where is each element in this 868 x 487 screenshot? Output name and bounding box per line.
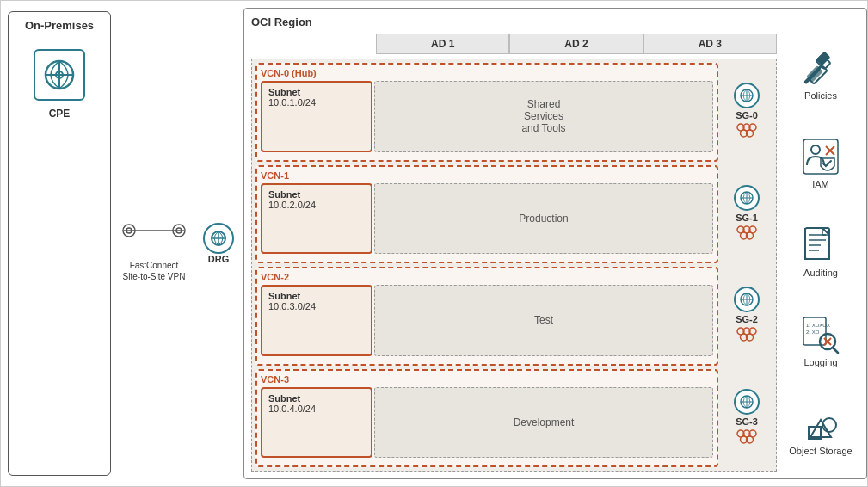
auditing-label: Auditing (803, 268, 838, 278)
vcn3-sg-area: SG-3 (721, 369, 773, 468)
cpe-icon (34, 49, 85, 101)
svg-point-52 (811, 145, 820, 154)
vcn3-content: Development (374, 387, 713, 459)
connection-line: FastConnect Site-to-Site VPN (111, 205, 197, 282)
cpe-label: CPE (49, 108, 71, 120)
conn-label2: Site-to-Site VPN (123, 272, 186, 281)
vcn0-subnet-cidr: 10.0.1.0/24 (268, 97, 365, 108)
svg-rect-55 (805, 228, 829, 259)
vcn0-row: VCN-0 (Hub) Subnet 10.0.1.0/24 SharedSer… (255, 63, 773, 162)
vcn3-subnet-label: Subnet (268, 393, 365, 404)
ad-grid-area: VCN-0 (Hub) Subnet 10.0.1.0/24 SharedSer… (251, 59, 777, 472)
vcn2-label: VCN-2 (261, 272, 713, 282)
vcn3-row: VCN-3 Subnet 10.0.4.0/24 Development (255, 369, 773, 468)
vcn1-row: VCN-1 Subnet 10.0.2.0/24 Production (255, 165, 773, 264)
ad1-header: AD 1 (376, 34, 509, 54)
sg0-icon (734, 83, 760, 108)
connection-label: FastConnect Site-to-Site VPN (123, 260, 186, 282)
vcn2-sg-area: SG-2 (721, 267, 773, 366)
sg1-item: SG-1 (734, 185, 760, 244)
oci-inner: AD 1 AD 2 AD 3 VCN-0 (Hub) Subnet (251, 34, 859, 472)
svg-text:1: XOXOX: 1: XOXOX (806, 323, 830, 328)
iam-label: IAM (812, 179, 829, 189)
connection-area: FastConnect Site-to-Site VPN (111, 1, 197, 486)
svg-text:2: XO: 2: XO (806, 330, 820, 335)
sg2-label: SG-2 (736, 314, 758, 324)
policies-service: Policies (802, 49, 840, 101)
vcn1-box: VCN-1 Subnet 10.0.2.0/24 Production (255, 165, 718, 264)
policies-label: Policies (804, 90, 837, 101)
sg3-icon (734, 389, 760, 415)
ad-header-row: AD 1 AD 2 AD 3 (251, 34, 777, 54)
on-premises-title: On-Premises (25, 19, 94, 32)
vcn1-subnet-label: Subnet (268, 189, 365, 200)
auditing-icon (802, 226, 840, 264)
object-storage-icon (802, 404, 840, 442)
diagram-container: On-Premises CPE (0, 0, 868, 487)
vcn0-grid: Subnet 10.0.1.0/24 SharedServicesand Too… (261, 81, 713, 152)
policies-icon (802, 49, 840, 87)
iam-icon (802, 138, 840, 176)
vcn2-grid: Subnet 10.0.3.0/24 Test (261, 285, 713, 356)
oci-region-title: OCI Region (251, 15, 859, 28)
vcn3-box: VCN-3 Subnet 10.0.4.0/24 Development (255, 369, 718, 468)
drg-label: DRG (208, 254, 229, 264)
sg1-label: SG-1 (736, 213, 758, 223)
sg3-mesh-icon (735, 428, 759, 447)
connection-svg (115, 205, 193, 256)
sg3-label: SG-3 (736, 416, 758, 427)
logging-label: Logging (803, 357, 837, 367)
vcn2-subnet: Subnet 10.0.3.0/24 (261, 285, 372, 356)
vcn2-row: VCN-2 Subnet 10.0.3.0/24 Test (255, 267, 773, 366)
vcn1-grid: Subnet 10.0.2.0/24 Production (261, 183, 713, 255)
vcn1-subnet: Subnet 10.0.2.0/24 (261, 183, 372, 255)
vcn1-sg-area: SG-1 (721, 165, 773, 264)
sg1-mesh-icon (735, 225, 759, 244)
sg0-label: SG-0 (736, 110, 758, 120)
vcn2-subnet-cidr: 10.0.3.0/24 (268, 301, 365, 311)
vcn3-subnet: Subnet 10.0.4.0/24 (261, 387, 372, 459)
sg3-item: SG-3 (734, 389, 760, 447)
vcn3-label: VCN-3 (261, 374, 713, 385)
object-storage-service: Object Storage (789, 404, 852, 456)
ad-header-empty (251, 34, 376, 54)
ad3-header: AD 3 (643, 34, 777, 54)
drg-area: DRG (197, 1, 240, 486)
vcn0-box: VCN-0 (Hub) Subnet 10.0.1.0/24 SharedSer… (255, 63, 718, 162)
drg-icon (203, 223, 234, 254)
sg2-item: SG-2 (734, 287, 760, 345)
vcn3-subnet-cidr: 10.0.4.0/24 (268, 404, 365, 414)
vcn1-subnet-cidr: 10.0.2.0/24 (268, 200, 365, 210)
object-storage-label: Object Storage (789, 446, 852, 456)
on-premises-panel: On-Premises CPE (8, 11, 111, 476)
ad2-header: AD 2 (509, 34, 643, 54)
vcn0-label: VCN-0 (Hub) (261, 68, 713, 78)
logging-icon: 1: XOXOX 2: XO (802, 316, 840, 354)
sg2-icon (734, 287, 760, 312)
vcn1-content: Production (374, 183, 713, 255)
auditing-service: Auditing (802, 226, 840, 278)
sg2-mesh-icon (735, 326, 759, 345)
vcn0-sg-area: SG-0 (721, 63, 773, 162)
vcn0-content: SharedServicesand Tools (374, 81, 713, 152)
sg0-mesh-icon (735, 122, 759, 141)
vcn2-subnet-label: Subnet (268, 291, 365, 301)
vcn3-grid: Subnet 10.0.4.0/24 Development (261, 387, 713, 459)
vcn1-label: VCN-1 (261, 170, 713, 181)
conn-label1: FastConnect (130, 261, 179, 270)
sg1-icon (734, 185, 760, 211)
svg-line-64 (833, 348, 838, 353)
vcn2-box: VCN-2 Subnet 10.0.3.0/24 Test (255, 267, 718, 366)
vcn0-subnet-label: Subnet (268, 87, 365, 97)
vcn-ad-area: AD 1 AD 2 AD 3 VCN-0 (Hub) Subnet (251, 34, 777, 472)
logging-service: 1: XOXOX 2: XO Logging (802, 316, 840, 367)
vcn2-content: Test (374, 285, 713, 356)
sg0-item: SG-0 (734, 83, 760, 141)
vcn0-subnet: Subnet 10.0.1.0/24 (261, 81, 372, 152)
services-column: Policies (782, 34, 859, 472)
iam-service: IAM (802, 138, 840, 189)
oci-region: OCI Region AD 1 AD 2 AD 3 VCN- (243, 8, 867, 479)
